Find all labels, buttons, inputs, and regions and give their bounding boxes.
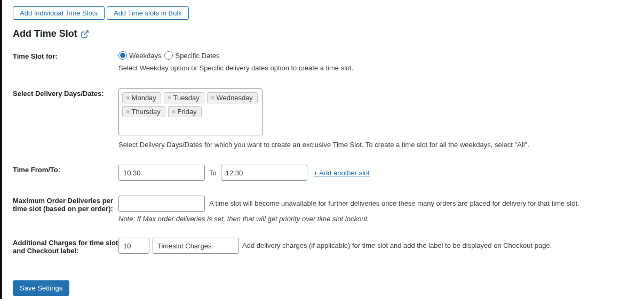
- row-time-range: Time From/To: To + Add another slot: [13, 165, 644, 181]
- time-to-input[interactable]: [221, 165, 307, 181]
- chip-tuesday[interactable]: × Tuesday: [164, 92, 204, 103]
- help-max-orders: A time slot will become unavailable for …: [209, 198, 579, 209]
- charge-amount-input[interactable]: [118, 238, 149, 254]
- chip-label: Tuesday: [173, 94, 199, 102]
- chip-label: Thursday: [132, 108, 161, 116]
- chip-wednesday[interactable]: × Wednesday: [207, 92, 258, 103]
- control-delivery-days: × Monday × Tuesday × Wednesday × Thursda…: [118, 88, 644, 150]
- charge-label-input[interactable]: [153, 238, 239, 254]
- chip-remove-icon[interactable]: ×: [168, 94, 172, 102]
- tab-individual[interactable]: Add Individual Time Slots: [13, 6, 105, 20]
- radio-weekdays[interactable]: [118, 51, 127, 60]
- control-max-orders: A time slot will become unavailable for …: [118, 196, 644, 223]
- section-title: Add Time Slot: [13, 28, 644, 39]
- help-time-slot-for: Select Weekday option or Specific delive…: [118, 63, 644, 74]
- note-max-orders: Note: If Max order deliveries is set, th…: [118, 215, 644, 223]
- control-time-range: To + Add another slot: [118, 165, 644, 181]
- chip-label: Friday: [177, 108, 196, 116]
- time-from-input[interactable]: [118, 165, 205, 181]
- chip-label: Wednesday: [216, 94, 252, 102]
- radio-specific-dates[interactable]: [164, 51, 173, 60]
- settings-panel: Add Individual Time Slots Add Time slots…: [0, 0, 644, 299]
- row-max-orders: Maximum Order Deliveries per time slot (…: [13, 196, 644, 223]
- delivery-days-chipbox[interactable]: × Monday × Tuesday × Wednesday × Thursda…: [118, 88, 263, 135]
- to-label: To: [209, 169, 217, 177]
- radio-weekdays-label: Weekdays: [129, 52, 161, 60]
- label-time-range: Time From/To:: [13, 165, 118, 174]
- tab-bulk[interactable]: Add Time slots in Bulk: [107, 6, 189, 20]
- row-time-slot-for: Time Slot for: Weekdays Specific Dates S…: [13, 51, 644, 74]
- add-another-slot-link[interactable]: + Add another slot: [314, 169, 370, 177]
- control-time-slot-for: Weekdays Specific Dates Select Weekday o…: [118, 51, 644, 74]
- chip-thursday[interactable]: × Thursday: [122, 106, 165, 117]
- radio-specific-label: Specific Dates: [175, 52, 219, 60]
- help-charges: Add delivery charges (if applicable) for…: [242, 240, 552, 251]
- tabs-row: Add Individual Time Slots Add Time slots…: [13, 6, 644, 20]
- chip-label: Monday: [132, 94, 156, 102]
- max-orders-input[interactable]: [118, 196, 205, 212]
- row-charges: Additional Charges for time slot and Che…: [13, 238, 644, 255]
- charges-row: Add delivery charges (if applicable) for…: [118, 238, 644, 254]
- row-delivery-days: Select Delivery Days/Dates: × Monday × T…: [13, 88, 644, 150]
- radio-specific-wrapper[interactable]: Specific Dates: [164, 51, 219, 60]
- control-charges: Add delivery charges (if applicable) for…: [118, 238, 644, 254]
- label-delivery-days: Select Delivery Days/Dates:: [13, 88, 118, 98]
- help-delivery-days: Select Delivery Days/Dates for which you…: [118, 140, 644, 150]
- label-time-slot-for: Time Slot for:: [13, 51, 118, 60]
- max-row: A time slot will become unavailable for …: [118, 196, 644, 212]
- chip-friday[interactable]: × Friday: [168, 106, 202, 117]
- radio-row: Weekdays Specific Dates: [118, 51, 644, 60]
- chip-remove-icon[interactable]: ×: [211, 94, 216, 102]
- radio-weekdays-wrapper[interactable]: Weekdays: [118, 51, 161, 60]
- svg-line-0: [84, 31, 88, 35]
- chip-remove-icon[interactable]: ×: [126, 108, 131, 116]
- time-row: To + Add another slot: [118, 165, 644, 181]
- chip-remove-icon[interactable]: ×: [126, 94, 131, 102]
- chip-remove-icon[interactable]: ×: [172, 108, 177, 116]
- chip-monday[interactable]: × Monday: [122, 92, 161, 103]
- external-link-icon[interactable]: [81, 30, 89, 38]
- section-title-text: Add Time Slot: [13, 28, 77, 39]
- label-max-orders: Maximum Order Deliveries per time slot (…: [13, 196, 118, 213]
- label-charges: Additional Charges for time slot and Che…: [13, 238, 118, 255]
- save-button[interactable]: Save Settings: [13, 280, 69, 296]
